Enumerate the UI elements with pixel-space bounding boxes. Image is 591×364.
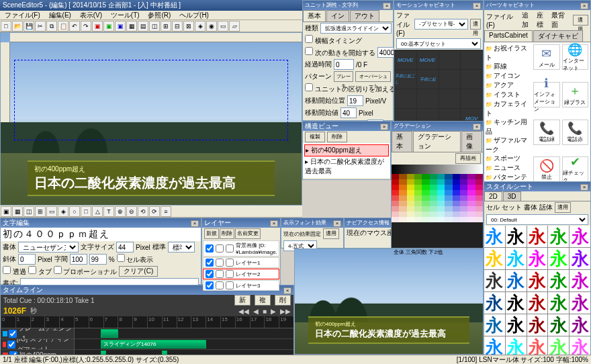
layer-row[interactable]: 背景画像 [D:¥Lambda¥image... [203, 240, 279, 257]
chk-alpha[interactable] [3, 266, 11, 274]
tree-folder[interactable]: イラスト [486, 90, 530, 99]
style-cell[interactable]: 永 [548, 270, 569, 291]
parts-icon[interactable]: ✉メール [533, 44, 560, 70]
timeline-clip[interactable]: スライディング14076 [101, 340, 206, 349]
gr-tab-2[interactable]: 画像 [461, 131, 482, 152]
gradient-swatches[interactable] [392, 174, 483, 221]
ct-11[interactable]: ⊕ [115, 206, 126, 217]
pitch-input[interactable] [18, 254, 36, 265]
style-cell[interactable]: 永 [484, 270, 505, 291]
tl-new[interactable]: 新 [234, 295, 251, 306]
ct-7[interactable]: ○ [69, 206, 80, 217]
ct-8[interactable]: □ [81, 206, 91, 217]
menu-tool[interactable]: ツール(T) [107, 11, 143, 20]
ct-5[interactable]: ▭ [46, 206, 57, 217]
mc-preset[interactable]: 00:基本プリセット [396, 38, 481, 49]
ly-new[interactable]: 新規 [204, 228, 219, 239]
up-sh[interactable] [340, 107, 357, 118]
parts-icon[interactable]: ✔緑チェック [562, 156, 589, 182]
ct-2[interactable]: ▦ [12, 206, 23, 217]
ct-4[interactable]: ⊞ [35, 206, 46, 217]
tool-copy[interactable]: ⧉ [46, 21, 57, 32]
layer-row[interactable]: レイヤー1 [203, 257, 279, 268]
tree-folder[interactable]: 罫線 [486, 62, 530, 71]
parts-icon[interactable]: ＋緑プラス [562, 82, 589, 107]
style-cell[interactable]: 永 [570, 248, 590, 269]
ct-1[interactable]: ▣ [1, 206, 11, 217]
parts-icon[interactable]: 📞電話緑 [533, 120, 560, 145]
style-cell[interactable]: 永 [506, 314, 527, 336]
tool-e[interactable]: ▤ [138, 21, 148, 32]
menu-file[interactable]: ファイル(F) [1, 11, 44, 20]
char-ruler[interactable]: 初の４００ｐｐｍ超え [1, 228, 201, 241]
clear-button[interactable]: クリア(C) [119, 266, 158, 277]
mc-apply[interactable]: 適用 [470, 19, 481, 30]
tool-d[interactable]: ▦ [126, 21, 137, 32]
font-select[interactable]: ニューセザンヌ-B [18, 242, 79, 253]
tool-undo[interactable]: ↶ [69, 21, 80, 32]
tree-folder[interactable]: キッチン用品 [486, 118, 530, 136]
style-cell[interactable]: 永 [570, 292, 590, 314]
tree-folder[interactable]: お祝イラスト [486, 44, 530, 62]
gr-close[interactable]: × [473, 124, 481, 130]
style-cell[interactable]: 永 [548, 226, 569, 247]
kern-input[interactable] [70, 254, 87, 265]
ct-13[interactable]: ⟲ [138, 206, 148, 217]
ly-del[interactable]: 削除 [220, 228, 234, 239]
style-cell[interactable]: 永 [527, 314, 548, 336]
tool-m[interactable]: ▱ [229, 21, 240, 32]
tree-folder[interactable]: アクア [486, 81, 530, 90]
ss-apply[interactable]: 適用 [555, 202, 571, 213]
up-chk-move[interactable] [305, 47, 313, 55]
style-cell[interactable]: 永 [506, 226, 527, 247]
tl-tb-3[interactable]: ■ [263, 308, 267, 315]
tool-j[interactable]: ◈ [195, 21, 206, 32]
parts-icon[interactable]: 🌐インターネット [562, 44, 589, 70]
style-cell[interactable]: 永 [570, 226, 590, 247]
style-cell[interactable]: 永 [527, 226, 548, 247]
ly-close[interactable]: × [270, 220, 278, 227]
menu-ref[interactable]: 参照(R) [144, 11, 174, 20]
ss-sel[interactable]: 00: Default [486, 214, 588, 225]
style-cell[interactable]: 永 [527, 248, 548, 269]
ct-14[interactable]: ⟳ [149, 206, 160, 217]
sv-item-1[interactable]: ▸ 日本の二酸化炭素濃度が過去最高 [304, 156, 389, 177]
style-cell[interactable]: 永 [506, 292, 527, 314]
style-cell[interactable]: 永 [527, 270, 548, 291]
tl-tb-1[interactable]: ◀◀ [238, 308, 249, 315]
tool-cut[interactable]: ✂ [35, 21, 46, 32]
ly-ren[interactable]: 名前変更 [235, 228, 261, 239]
style-cell[interactable]: 永 [484, 226, 505, 247]
tl-tb-2[interactable]: ◀ [253, 308, 259, 315]
ss-close[interactable]: × [580, 184, 588, 191]
ct-15[interactable]: ≡ [161, 206, 171, 217]
tl-tb-5[interactable]: ▶▶ [280, 308, 291, 315]
gr-bw[interactable] [392, 165, 483, 174]
up-over[interactable]: オーバーシュート [355, 71, 391, 82]
ct-9[interactable]: △ [92, 206, 103, 217]
fe-close[interactable]: × [333, 220, 341, 227]
ct-10[interactable]: T [103, 206, 114, 217]
timeline-track[interactable]: フレームチェンジ - 1 [1, 328, 293, 339]
up-time[interactable] [334, 59, 354, 70]
size-input[interactable] [116, 242, 134, 253]
style-cell[interactable]: 永 [484, 314, 505, 336]
style-cell[interactable]: 永 [570, 270, 590, 291]
style-cell[interactable]: 永 [527, 292, 548, 314]
motion-grid[interactable]: MOVEMOVE 手前に起こし手前に起 MOV MOVMOVEOVE [394, 50, 483, 130]
up-tab-in[interactable]: イン [326, 10, 349, 21]
up-chk-u2[interactable] [305, 83, 313, 91]
tool-h[interactable]: ⊟ [172, 21, 183, 32]
mc-close[interactable]: × [473, 3, 481, 9]
tool-paste[interactable]: 📋 [58, 21, 69, 32]
ct-3[interactable]: ◫ [24, 206, 34, 217]
style-grid[interactable]: 永永永永永永永永永永永永永永永永永永永永永永永永永永永永永永永永永永永 [484, 226, 590, 364]
tool-i[interactable]: ⊠ [183, 21, 194, 32]
ss-tab-2d[interactable]: 2D [484, 191, 502, 201]
up-type[interactable]: 拡張透過スライドイン [320, 23, 392, 34]
hi-select[interactable]: 標準 [168, 242, 195, 253]
sv-dup[interactable]: 複製 [305, 132, 325, 142]
selection-box[interactable] [14, 60, 288, 140]
parts-icon[interactable]: 📞電話赤 [562, 120, 589, 145]
tl-close[interactable]: × [283, 287, 291, 294]
